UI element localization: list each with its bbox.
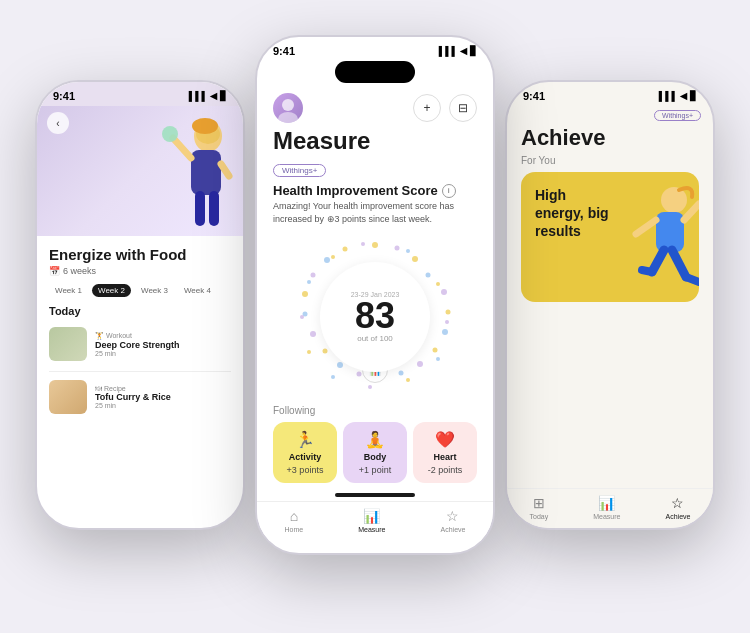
body-icon: 🧘: [365, 430, 385, 449]
right-measure-nav-label: Measure: [593, 513, 620, 520]
svg-point-40: [300, 315, 304, 319]
workout-name-1: Deep Core Strength: [95, 340, 231, 350]
right-nav-measure[interactable]: 📊 Measure: [593, 495, 620, 520]
svg-point-11: [372, 242, 378, 248]
heart-card[interactable]: ❤️ Heart -2 points: [413, 422, 477, 483]
featured-card[interactable]: High energy, big results →: [521, 172, 699, 302]
activity-card[interactable]: 🏃 Activity +3 points: [273, 422, 337, 483]
svg-point-41: [307, 280, 311, 284]
left-person-illustration: [153, 116, 233, 236]
measure-nav-label: Measure: [358, 526, 385, 533]
score-label: out of 100: [357, 334, 393, 343]
center-title: Measure: [257, 127, 493, 159]
health-desc: Amazing! Your health improvement score h…: [257, 200, 493, 233]
left-program-title: Energize with Food: [49, 246, 231, 263]
svg-point-13: [412, 256, 418, 262]
scan-button[interactable]: ⊟: [449, 94, 477, 122]
svg-point-29: [324, 257, 330, 263]
svg-line-6: [221, 164, 229, 176]
runner-illustration: [614, 182, 699, 302]
achieve-nav-label: Achieve: [441, 526, 466, 533]
week-tab-3[interactable]: Week 3: [135, 284, 174, 297]
body-points: +1 point: [359, 465, 391, 475]
svg-point-25: [310, 331, 316, 337]
left-content: Energize with Food 📅 6 weeks Week 1 Week…: [37, 236, 243, 434]
center-top-bar: + ⊟: [257, 87, 493, 127]
week-tab-1[interactable]: Week 1: [49, 284, 88, 297]
workout-dur-2: 25 min: [95, 402, 231, 409]
week-tab-4[interactable]: Week 4: [178, 284, 217, 297]
week-tabs[interactable]: Week 1 Week 2 Week 3 Week 4: [49, 284, 231, 297]
add-button[interactable]: +: [413, 94, 441, 122]
withings-badge[interactable]: Withings+: [273, 164, 326, 177]
right-status-bar: 9:41 ▌▌▌ ◀ ▊: [507, 82, 713, 106]
svg-point-27: [302, 291, 308, 297]
svg-point-32: [406, 249, 410, 253]
for-you-label: For You: [507, 155, 713, 172]
svg-point-18: [433, 348, 438, 353]
bottom-nav: ⌂ Home 📊 Measure ☆ Achieve: [257, 501, 493, 541]
activity-points: +3 points: [287, 465, 324, 475]
workout-info-1: 🏋 Workout Deep Core Strength 25 min: [95, 332, 231, 357]
svg-point-31: [361, 242, 365, 246]
right-nav-achieve[interactable]: ☆ Achieve: [666, 495, 691, 520]
card-text: High energy, big results: [535, 186, 618, 241]
right-measure-nav-icon: 📊: [598, 495, 615, 511]
following-cards: 🏃 Activity +3 points 🧘 Body +1 point ❤️ …: [257, 422, 493, 491]
nav-home[interactable]: ⌂ Home: [285, 508, 304, 533]
svg-point-38: [331, 375, 335, 379]
right-title: Achieve: [507, 125, 713, 155]
svg-line-46: [684, 204, 699, 220]
svg-point-33: [436, 282, 440, 286]
svg-point-2: [192, 118, 218, 134]
today-label: Today: [49, 305, 231, 317]
user-avatar[interactable]: [273, 93, 303, 123]
info-icon[interactable]: i: [442, 184, 456, 198]
right-nav-today[interactable]: ⊞ Today: [530, 495, 549, 520]
right-phone: 9:41 ▌▌▌ ◀ ▊ Withings+ Achieve For You H…: [505, 80, 715, 530]
left-header-image: ‹: [37, 106, 243, 236]
workout-thumb-1: [49, 327, 87, 361]
right-withings-badge[interactable]: Withings+: [654, 110, 701, 121]
right-achieve-nav-label: Achieve: [666, 513, 691, 520]
left-status-bar: 9:41 ▌▌▌ ◀ ▊: [37, 82, 243, 106]
svg-point-23: [337, 362, 343, 368]
svg-point-34: [445, 320, 449, 324]
heart-name: Heart: [433, 452, 456, 462]
body-card[interactable]: 🧘 Body +1 point: [343, 422, 407, 483]
workout-name-2: Tofu Curry & Rice: [95, 392, 231, 402]
svg-point-14: [426, 273, 431, 278]
svg-point-5: [162, 126, 178, 142]
home-nav-label: Home: [285, 526, 304, 533]
svg-point-35: [436, 357, 440, 361]
activity-icon: 🏃: [295, 430, 315, 449]
workout-card-2[interactable]: 🍽 Recipe Tofu Curry & Rice 25 min: [49, 376, 231, 418]
following-label: Following: [257, 405, 493, 422]
achieve-nav-icon: ☆: [446, 508, 459, 524]
week-tab-2[interactable]: Week 2: [92, 284, 131, 297]
svg-point-24: [323, 349, 328, 354]
phones-container: 9:41 ▌▌▌ ◀ ▊ ‹: [0, 0, 750, 633]
workout-dur-1: 25 min: [95, 350, 231, 357]
right-achieve-nav-icon: ☆: [671, 495, 684, 511]
score-inner: 23-29 Jan 2023 83 out of 100: [320, 262, 430, 372]
left-status-icons: ▌▌▌ ◀ ▊: [189, 91, 227, 101]
health-score-title: Health Improvement Score i: [257, 183, 493, 200]
workout-tag-1: 🏋 Workout: [95, 332, 231, 340]
back-button[interactable]: ‹: [47, 112, 69, 134]
svg-point-15: [441, 289, 447, 295]
svg-point-9: [282, 99, 294, 111]
center-status-icons: ▌▌▌ ◀ ▊: [439, 46, 477, 56]
body-name: Body: [364, 452, 387, 462]
activity-name: Activity: [289, 452, 322, 462]
nav-achieve[interactable]: ☆ Achieve: [441, 508, 466, 533]
svg-point-17: [442, 329, 448, 335]
right-status-icons: ▌▌▌ ◀ ▊: [659, 91, 697, 101]
today-nav-icon: ⊞: [533, 495, 545, 511]
svg-point-39: [307, 350, 311, 354]
calendar-icon: 📅: [49, 266, 60, 276]
nav-measure[interactable]: 📊 Measure: [358, 508, 385, 533]
svg-line-4: [173, 138, 191, 158]
svg-point-28: [311, 273, 316, 278]
workout-card-1[interactable]: 🏋 Workout Deep Core Strength 25 min: [49, 323, 231, 365]
